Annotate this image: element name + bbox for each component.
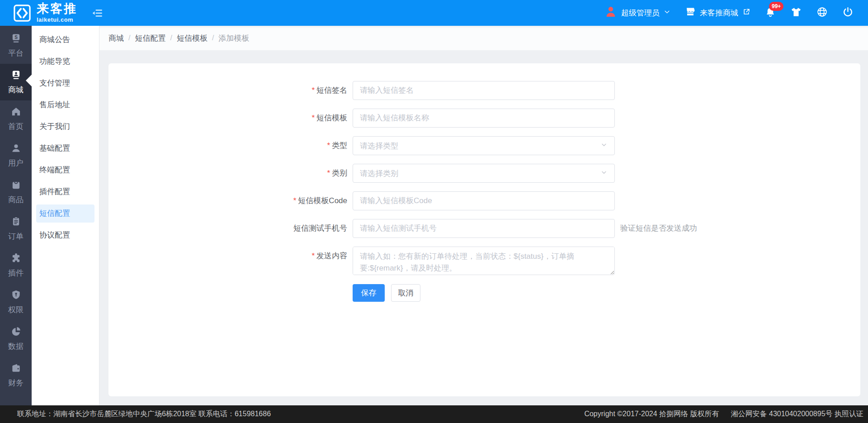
- submenu-item-payment-management[interactable]: 支付管理: [32, 72, 99, 94]
- sidebar-item-finance[interactable]: 财务: [0, 357, 32, 394]
- avatar-icon: [604, 5, 617, 20]
- sms-template-name-input[interactable]: [353, 109, 615, 128]
- store-button[interactable]: [790, 6, 802, 20]
- required-mark: *: [327, 141, 330, 150]
- field-label: 类别: [332, 169, 347, 177]
- field-content: *发送内容: [108, 247, 860, 275]
- external-link-icon: [742, 8, 750, 18]
- logo-title: 来客推: [37, 3, 77, 15]
- field-category: *类别 请选择类别: [108, 164, 860, 183]
- sidebar-item-permission[interactable]: 权限: [0, 284, 32, 320]
- save-button[interactable]: 保存: [353, 284, 385, 302]
- footer-police-record[interactable]: 湘公网安备 43010402000895号 执照认证: [731, 409, 863, 419]
- sidebar-item-platform[interactable]: S 平台: [0, 27, 32, 64]
- logo-subtitle: laiketui.com: [37, 16, 77, 23]
- language-button[interactable]: [816, 6, 828, 19]
- app-header: 来客推 laiketui.com 超级管理员 来客推商城: [0, 0, 868, 26]
- type-select[interactable]: 请选择类型: [353, 136, 615, 155]
- power-icon: [842, 6, 854, 19]
- sidebar-item-user[interactable]: 用户: [0, 137, 32, 174]
- goods-icon: [11, 180, 21, 192]
- app-footer: 联系地址：湖南省长沙市岳麓区绿地中央广场6栋2018室 联系电话：6159816…: [0, 405, 868, 423]
- test-phone-input[interactable]: [353, 219, 615, 238]
- sms-signature-input[interactable]: [353, 81, 615, 100]
- field-test-phone: 短信测试手机号 验证短信是否发送成功: [108, 219, 860, 238]
- bell-icon: [765, 11, 776, 19]
- field-sms-signature: *短信签名: [108, 81, 860, 100]
- menu-fold-icon[interactable]: [92, 7, 104, 19]
- footer-copyright: Copyright ©2017-2024 拾捌网络 版权所有: [584, 409, 719, 419]
- sidebar-item-data[interactable]: 数据: [0, 320, 32, 357]
- submenu-item-basic-config[interactable]: 基础配置: [32, 138, 99, 159]
- submenu-item-mall-announcement[interactable]: 商城公告: [32, 29, 99, 51]
- template-code-input[interactable]: [353, 191, 615, 210]
- notification-badge: 99+: [769, 2, 783, 11]
- submenu-item-sms-config[interactable]: 短信配置: [36, 204, 94, 223]
- wallet-icon: [11, 363, 21, 375]
- breadcrumb-separator: /: [170, 34, 172, 42]
- field-label: 类型: [332, 141, 347, 150]
- breadcrumb-separator: /: [128, 34, 130, 42]
- shop-link[interactable]: 来客推商城: [685, 6, 750, 19]
- logout-button[interactable]: [842, 6, 854, 19]
- breadcrumb-separator: /: [212, 34, 214, 42]
- main-content: 商城 / 短信配置 / 短信模板 / 添加模板 *短信签名 *短信模板 *类型 …: [99, 26, 868, 405]
- user-icon: [11, 143, 21, 155]
- field-label: 发送内容: [316, 252, 347, 260]
- content-textarea[interactable]: [353, 247, 615, 275]
- form-actions: 保存 取消: [353, 284, 860, 302]
- submenu-item-terminal-config[interactable]: 终端配置: [32, 159, 99, 181]
- submenu-item-agreement-config[interactable]: 协议配置: [32, 224, 99, 246]
- shop-icon: [685, 6, 696, 19]
- logo[interactable]: 来客推 laiketui.com: [0, 3, 77, 23]
- breadcrumb-item-mall[interactable]: 商城: [108, 33, 124, 43]
- mall-icon: [11, 70, 21, 82]
- cancel-button[interactable]: 取消: [391, 284, 420, 302]
- shop-link-label: 来客推商城: [700, 8, 738, 18]
- required-mark: *: [293, 196, 297, 205]
- breadcrumb-item-sms-template[interactable]: 短信模板: [177, 33, 208, 43]
- footer-contact: 联系地址：湖南省长沙市岳麓区绿地中央广场6栋2018室 联系电话：6159816…: [0, 409, 271, 419]
- add-template-form: *短信签名 *短信模板 *类型 请选择类型 *类别 请选择类别: [108, 63, 860, 302]
- active-menu-arrow: [26, 75, 32, 86]
- submenu-item-feature-guide[interactable]: 功能导览: [32, 51, 99, 72]
- chevron-down-icon: [600, 169, 608, 178]
- submenu-item-aftersale-address[interactable]: 售后地址: [32, 94, 99, 116]
- platform-icon: S: [11, 33, 21, 45]
- svg-text:S: S: [14, 34, 18, 39]
- category-select[interactable]: 请选择类别: [353, 164, 615, 183]
- notifications-button[interactable]: 99+: [765, 7, 776, 19]
- home-icon: [11, 106, 21, 119]
- field-template-code: *短信模板Code: [108, 191, 860, 210]
- sidebar-item-plugin[interactable]: 插件: [0, 247, 32, 284]
- user-menu[interactable]: 超级管理员: [604, 5, 670, 20]
- user-name: 超级管理员: [621, 8, 660, 18]
- field-type: *类型 请选择类型: [108, 136, 860, 155]
- tshirt-icon: [790, 6, 802, 20]
- test-phone-hint: 验证短信是否发送成功: [620, 219, 697, 238]
- pie-chart-icon: [11, 326, 21, 338]
- field-label: 短信签名: [316, 86, 347, 95]
- sidebar-item-order[interactable]: 订单: [0, 210, 32, 247]
- breadcrumb: 商城 / 短信配置 / 短信模板 / 添加模板: [99, 26, 868, 50]
- field-label: 短信测试手机号: [293, 224, 347, 233]
- submenu-item-plugin-config[interactable]: 插件配置: [32, 181, 99, 203]
- sidebar-item-goods[interactable]: 商品: [0, 174, 32, 210]
- order-icon: [11, 216, 21, 228]
- breadcrumb-item-add-template: 添加模板: [218, 33, 249, 43]
- required-mark: *: [311, 252, 315, 260]
- required-mark: *: [327, 169, 330, 177]
- required-mark: *: [311, 114, 315, 122]
- globe-icon: [816, 6, 828, 19]
- required-mark: *: [311, 86, 315, 95]
- field-label: 短信模板: [316, 114, 347, 122]
- sidebar-item-home[interactable]: 首页: [0, 100, 32, 137]
- chevron-down-icon: [664, 9, 670, 18]
- submenu-item-about-us[interactable]: 关于我们: [32, 116, 99, 138]
- logo-icon: [14, 5, 31, 22]
- breadcrumb-item-sms-config[interactable]: 短信配置: [135, 33, 165, 43]
- field-label: 短信模板Code: [298, 196, 347, 205]
- shield-key-icon: [11, 290, 21, 302]
- plugin-icon: [11, 253, 21, 265]
- field-sms-template: *短信模板: [108, 109, 860, 128]
